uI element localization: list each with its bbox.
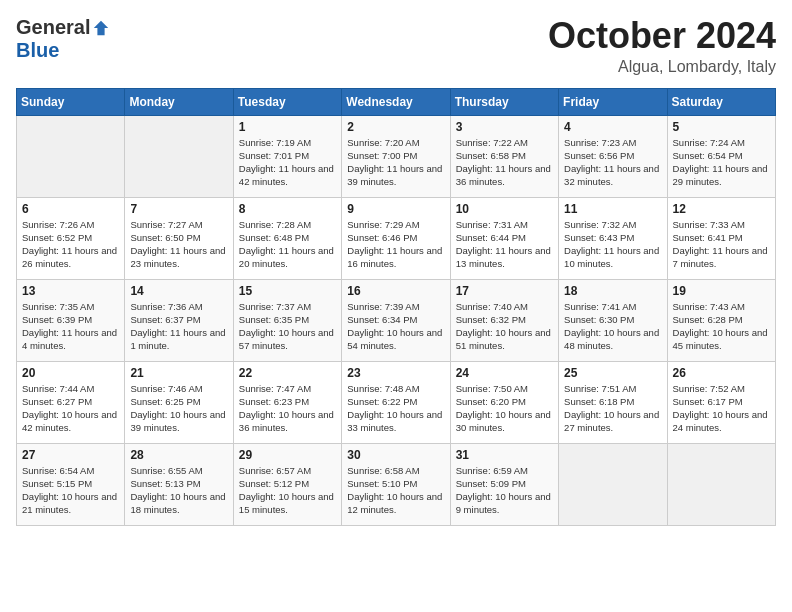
day-info: Sunrise: 7:26 AM Sunset: 6:52 PM Dayligh… [22,218,119,271]
calendar-week-row: 13Sunrise: 7:35 AM Sunset: 6:39 PM Dayli… [17,279,776,361]
calendar-cell: 2Sunrise: 7:20 AM Sunset: 7:00 PM Daylig… [342,115,450,197]
calendar-cell: 23Sunrise: 7:48 AM Sunset: 6:22 PM Dayli… [342,361,450,443]
day-info: Sunrise: 7:35 AM Sunset: 6:39 PM Dayligh… [22,300,119,353]
day-number: 24 [456,366,553,380]
day-number: 12 [673,202,770,216]
calendar-cell [667,443,775,525]
logo-icon [92,19,110,37]
day-number: 18 [564,284,661,298]
calendar-cell: 8Sunrise: 7:28 AM Sunset: 6:48 PM Daylig… [233,197,341,279]
day-info: Sunrise: 7:33 AM Sunset: 6:41 PM Dayligh… [673,218,770,271]
day-number: 27 [22,448,119,462]
calendar-cell: 25Sunrise: 7:51 AM Sunset: 6:18 PM Dayli… [559,361,667,443]
day-info: Sunrise: 7:31 AM Sunset: 6:44 PM Dayligh… [456,218,553,271]
calendar-week-row: 27Sunrise: 6:54 AM Sunset: 5:15 PM Dayli… [17,443,776,525]
day-info: Sunrise: 7:36 AM Sunset: 6:37 PM Dayligh… [130,300,227,353]
day-number: 30 [347,448,444,462]
calendar-cell: 7Sunrise: 7:27 AM Sunset: 6:50 PM Daylig… [125,197,233,279]
day-number: 31 [456,448,553,462]
day-number: 7 [130,202,227,216]
day-info: Sunrise: 7:19 AM Sunset: 7:01 PM Dayligh… [239,136,336,189]
day-number: 15 [239,284,336,298]
calendar-cell: 18Sunrise: 7:41 AM Sunset: 6:30 PM Dayli… [559,279,667,361]
weekday-header: Thursday [450,88,558,115]
day-info: Sunrise: 6:54 AM Sunset: 5:15 PM Dayligh… [22,464,119,517]
day-number: 10 [456,202,553,216]
day-info: Sunrise: 7:24 AM Sunset: 6:54 PM Dayligh… [673,136,770,189]
calendar-week-row: 20Sunrise: 7:44 AM Sunset: 6:27 PM Dayli… [17,361,776,443]
day-info: Sunrise: 7:52 AM Sunset: 6:17 PM Dayligh… [673,382,770,435]
calendar-cell: 19Sunrise: 7:43 AM Sunset: 6:28 PM Dayli… [667,279,775,361]
day-number: 28 [130,448,227,462]
calendar-table: SundayMondayTuesdayWednesdayThursdayFrid… [16,88,776,526]
day-number: 2 [347,120,444,134]
weekday-header: Sunday [17,88,125,115]
calendar-cell: 20Sunrise: 7:44 AM Sunset: 6:27 PM Dayli… [17,361,125,443]
day-info: Sunrise: 7:27 AM Sunset: 6:50 PM Dayligh… [130,218,227,271]
day-info: Sunrise: 7:23 AM Sunset: 6:56 PM Dayligh… [564,136,661,189]
calendar-cell: 3Sunrise: 7:22 AM Sunset: 6:58 PM Daylig… [450,115,558,197]
day-number: 4 [564,120,661,134]
day-info: Sunrise: 6:57 AM Sunset: 5:12 PM Dayligh… [239,464,336,517]
calendar-cell [559,443,667,525]
day-info: Sunrise: 7:28 AM Sunset: 6:48 PM Dayligh… [239,218,336,271]
day-info: Sunrise: 6:58 AM Sunset: 5:10 PM Dayligh… [347,464,444,517]
day-number: 17 [456,284,553,298]
weekday-header: Friday [559,88,667,115]
logo-blue-text: Blue [16,39,59,62]
weekday-header: Monday [125,88,233,115]
logo: General Blue [16,16,110,62]
calendar-cell: 28Sunrise: 6:55 AM Sunset: 5:13 PM Dayli… [125,443,233,525]
day-info: Sunrise: 7:32 AM Sunset: 6:43 PM Dayligh… [564,218,661,271]
day-number: 3 [456,120,553,134]
page-header: General Blue October 2024 Algua, Lombard… [16,16,776,76]
calendar-cell: 4Sunrise: 7:23 AM Sunset: 6:56 PM Daylig… [559,115,667,197]
calendar-cell: 9Sunrise: 7:29 AM Sunset: 6:46 PM Daylig… [342,197,450,279]
calendar-cell: 31Sunrise: 6:59 AM Sunset: 5:09 PM Dayli… [450,443,558,525]
day-info: Sunrise: 7:40 AM Sunset: 6:32 PM Dayligh… [456,300,553,353]
month-title: October 2024 [548,16,776,56]
calendar-cell: 13Sunrise: 7:35 AM Sunset: 6:39 PM Dayli… [17,279,125,361]
weekday-header: Saturday [667,88,775,115]
calendar-cell [125,115,233,197]
day-info: Sunrise: 7:44 AM Sunset: 6:27 PM Dayligh… [22,382,119,435]
calendar-cell: 6Sunrise: 7:26 AM Sunset: 6:52 PM Daylig… [17,197,125,279]
calendar-cell: 15Sunrise: 7:37 AM Sunset: 6:35 PM Dayli… [233,279,341,361]
logo-general-text: General [16,16,90,39]
calendar-week-row: 1Sunrise: 7:19 AM Sunset: 7:01 PM Daylig… [17,115,776,197]
day-info: Sunrise: 7:50 AM Sunset: 6:20 PM Dayligh… [456,382,553,435]
svg-marker-0 [94,20,108,34]
location-title: Algua, Lombardy, Italy [548,58,776,76]
day-number: 20 [22,366,119,380]
day-number: 25 [564,366,661,380]
title-block: October 2024 Algua, Lombardy, Italy [548,16,776,76]
day-info: Sunrise: 7:47 AM Sunset: 6:23 PM Dayligh… [239,382,336,435]
day-number: 21 [130,366,227,380]
calendar-cell: 30Sunrise: 6:58 AM Sunset: 5:10 PM Dayli… [342,443,450,525]
calendar-cell: 12Sunrise: 7:33 AM Sunset: 6:41 PM Dayli… [667,197,775,279]
weekday-header: Tuesday [233,88,341,115]
day-number: 1 [239,120,336,134]
calendar-cell: 26Sunrise: 7:52 AM Sunset: 6:17 PM Dayli… [667,361,775,443]
day-number: 13 [22,284,119,298]
day-number: 23 [347,366,444,380]
day-info: Sunrise: 7:51 AM Sunset: 6:18 PM Dayligh… [564,382,661,435]
day-number: 26 [673,366,770,380]
calendar-cell: 21Sunrise: 7:46 AM Sunset: 6:25 PM Dayli… [125,361,233,443]
day-number: 5 [673,120,770,134]
day-number: 19 [673,284,770,298]
day-number: 22 [239,366,336,380]
day-info: Sunrise: 7:22 AM Sunset: 6:58 PM Dayligh… [456,136,553,189]
calendar-cell: 24Sunrise: 7:50 AM Sunset: 6:20 PM Dayli… [450,361,558,443]
calendar-cell: 5Sunrise: 7:24 AM Sunset: 6:54 PM Daylig… [667,115,775,197]
day-info: Sunrise: 7:37 AM Sunset: 6:35 PM Dayligh… [239,300,336,353]
day-info: Sunrise: 7:46 AM Sunset: 6:25 PM Dayligh… [130,382,227,435]
day-number: 29 [239,448,336,462]
day-number: 16 [347,284,444,298]
day-info: Sunrise: 6:55 AM Sunset: 5:13 PM Dayligh… [130,464,227,517]
calendar-cell: 16Sunrise: 7:39 AM Sunset: 6:34 PM Dayli… [342,279,450,361]
day-info: Sunrise: 7:43 AM Sunset: 6:28 PM Dayligh… [673,300,770,353]
day-info: Sunrise: 7:41 AM Sunset: 6:30 PM Dayligh… [564,300,661,353]
calendar-week-row: 6Sunrise: 7:26 AM Sunset: 6:52 PM Daylig… [17,197,776,279]
day-info: Sunrise: 7:39 AM Sunset: 6:34 PM Dayligh… [347,300,444,353]
